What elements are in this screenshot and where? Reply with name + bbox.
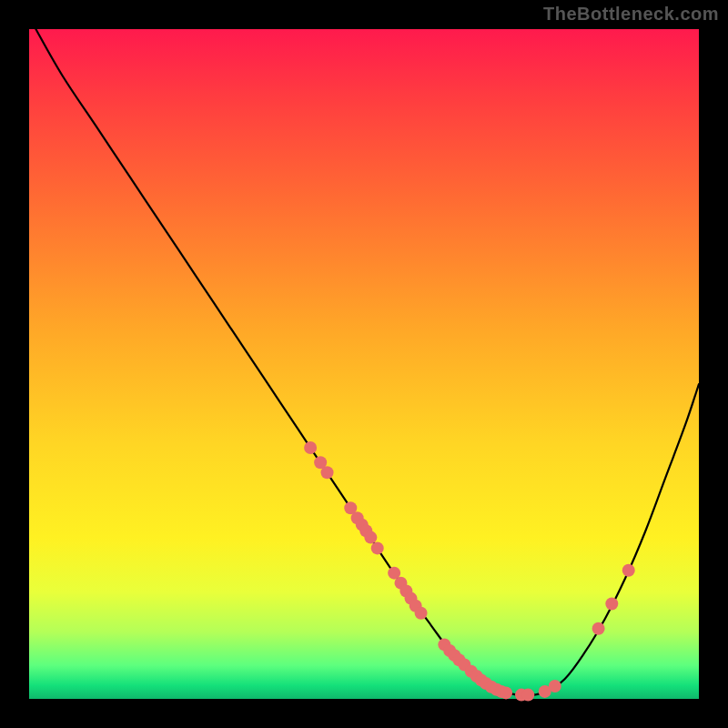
plot-area (29, 29, 699, 699)
chart-frame: TheBottleneck.com (0, 0, 728, 728)
data-dot (521, 689, 534, 702)
data-dot (371, 541, 384, 554)
data-dots (304, 441, 635, 702)
data-dot (415, 607, 428, 620)
bottleneck-curve (35, 29, 699, 695)
watermark-text: TheBottleneck.com (543, 4, 719, 25)
data-dot (304, 441, 317, 454)
data-dot (364, 531, 377, 544)
data-dot (622, 564, 635, 577)
data-dot (500, 686, 512, 699)
data-dot (549, 680, 561, 693)
data-dot (592, 622, 605, 635)
chart-svg (29, 29, 699, 699)
data-dot (605, 597, 618, 610)
data-dot (321, 466, 334, 479)
